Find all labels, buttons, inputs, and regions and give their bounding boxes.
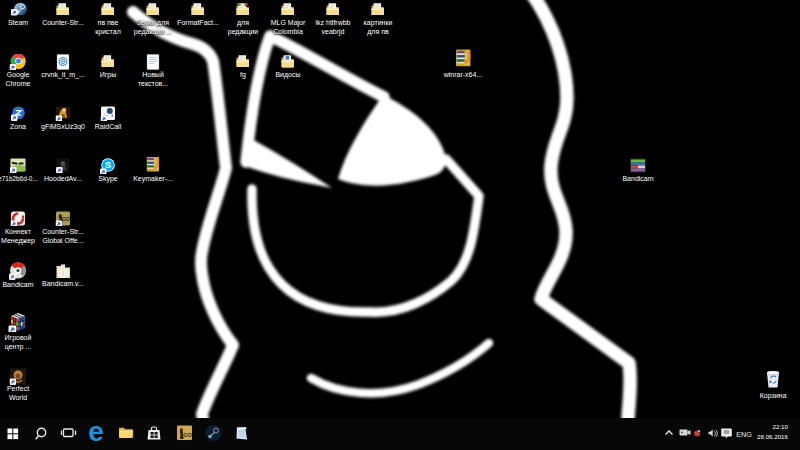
svg-text:GO: GO: [183, 432, 192, 438]
svg-text:e: e: [88, 418, 104, 447]
svg-text:GO: GO: [62, 216, 71, 222]
